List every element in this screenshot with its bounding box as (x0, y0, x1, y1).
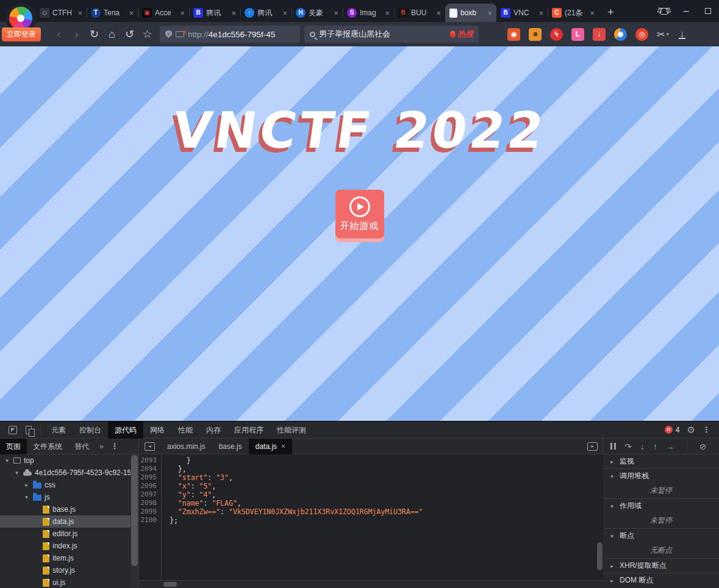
error-badge[interactable]: ✕ 4 (665, 426, 680, 434)
tree-item[interactable]: editor.js (0, 528, 138, 540)
browser-tab[interactable]: TTena× (87, 4, 138, 22)
section-header-断点[interactable]: ▾断点 (603, 529, 719, 543)
expand-debugger-icon[interactable]: ▸ (587, 442, 598, 451)
circle-360-icon[interactable]: ◎ (635, 28, 648, 41)
start-game-button[interactable]: 开始游戏 (335, 190, 384, 238)
editor-vscrollbar-thumb[interactable] (597, 542, 603, 570)
search-text[interactable]: 男子举报唐山黑社会 (319, 29, 446, 40)
url-text[interactable]: http://4e1dc556-795f-45 (188, 30, 275, 39)
close-icon[interactable]: × (129, 9, 134, 18)
maximize-button[interactable] (697, 0, 719, 22)
tree-item[interactable]: ui.js (0, 576, 138, 587)
collapse-navigator-icon[interactable]: ◂ (145, 442, 155, 451)
skin-theme-button[interactable] (653, 0, 675, 22)
close-icon[interactable]: × (180, 9, 185, 18)
section-header-监视[interactable]: ▸监视 (603, 454, 719, 468)
close-icon[interactable]: × (538, 9, 543, 18)
chevron-down-icon[interactable]: ▾ (4, 457, 10, 464)
browser-tab[interactable]: ▣Acce× (138, 4, 189, 22)
flash-download-icon[interactable]: ϟ (550, 28, 563, 41)
file-tab[interactable]: axios.min.js (160, 439, 212, 454)
new-tab-button[interactable]: + (607, 7, 614, 18)
code-editor[interactable]: 20932094209520962097209820992100 } }, "s… (139, 454, 603, 587)
tree-scrollbar-thumb[interactable] (131, 455, 138, 566)
tree-scrollbar[interactable] (131, 454, 138, 587)
devtools-tab-性能评测[interactable]: 性能评测 (270, 421, 313, 439)
hot-search-button[interactable]: 热搜 (450, 29, 473, 40)
tree-item[interactable]: ▾top (0, 454, 138, 467)
devtools-tab-源代码[interactable]: 源代码 (108, 421, 143, 439)
search-box[interactable]: 男子举报唐山黑社会 热搜 (304, 26, 479, 43)
editor-vscrollbar[interactable] (596, 454, 603, 580)
heybox-icon[interactable]: ■ (529, 28, 542, 41)
tree-item[interactable]: ▾4e1dc556-795f-4523-9c92-15c (0, 467, 138, 479)
tree-item[interactable]: story.js (0, 564, 138, 576)
navigator-tab-页面[interactable]: 页面 (0, 439, 27, 454)
devtools-tab-应用程序[interactable]: 应用程序 (227, 421, 270, 439)
refresh-button[interactable]: ↻ (85, 25, 103, 43)
close-icon[interactable]: × (282, 9, 287, 18)
gear-icon[interactable]: ⚙ (687, 425, 695, 436)
devtools-tab-元素[interactable]: 元素 (45, 421, 73, 439)
file-tab[interactable]: data.js× (249, 439, 292, 454)
editor-hscrollbar[interactable] (139, 580, 603, 587)
close-icon[interactable]: × (487, 9, 492, 18)
devtools-tab-控制台[interactable]: 控制台 (73, 421, 108, 439)
close-icon[interactable]: × (334, 9, 338, 18)
editor-hscrollbar-thumb[interactable] (163, 582, 177, 587)
browser-tab[interactable]: ◇CTFH× (35, 4, 87, 22)
close-icon[interactable]: × (77, 9, 82, 18)
tree-item[interactable]: item.js (0, 552, 138, 564)
close-icon[interactable]: × (590, 9, 595, 18)
close-icon[interactable]: × (281, 439, 285, 454)
swirl-icon[interactable] (614, 28, 627, 41)
pause-icon[interactable] (610, 443, 616, 450)
more-tabs-icon[interactable]: » (95, 442, 108, 451)
undo-button[interactable]: ↺ (121, 25, 138, 43)
minimize-button[interactable]: – (675, 0, 697, 22)
browser-tab[interactable]: BBUU× (394, 4, 445, 22)
close-icon[interactable]: × (385, 9, 390, 18)
tree-item[interactable]: ▾js (0, 491, 138, 503)
tree-item[interactable]: base.js (0, 503, 138, 515)
chevron-down-icon[interactable]: ▾ (23, 494, 30, 500)
navigator-tab-文件系统[interactable]: 文件系统 (27, 439, 68, 454)
section-header-XHR/提取断点[interactable]: ▸XHR/提取断点 (603, 559, 719, 573)
close-icon[interactable]: × (231, 9, 236, 18)
apps-grid-icon[interactable] (486, 28, 499, 41)
step-out-icon[interactable]: ↑ (653, 442, 657, 451)
tree-item[interactable]: ▸css (0, 479, 138, 491)
deactivate-breakpoints-icon[interactable]: ⊘ (699, 442, 707, 451)
browser-tab[interactable]: ↑腾讯× (240, 4, 292, 22)
lili-icon[interactable]: L (571, 28, 584, 41)
chevron-right-icon[interactable]: ▸ (23, 482, 30, 488)
camera-blocked-icon[interactable] (176, 31, 184, 37)
navigator-menu-icon[interactable]: ⋮ (108, 442, 122, 451)
chevron-down-icon[interactable]: ▾ (13, 470, 20, 476)
browser-tab[interactable]: B腾讯× (189, 4, 240, 22)
browser-tab[interactable]: SImag× (343, 4, 394, 22)
shield-icon[interactable]: + (165, 30, 172, 38)
browser-tab[interactable]: C(21条× (548, 4, 599, 22)
section-header-DOM 断点[interactable]: ▸DOM 断点 (603, 573, 719, 587)
browser-tab[interactable]: BVNC× (496, 4, 548, 22)
file-tab[interactable]: base.js (212, 439, 249, 454)
step-icon[interactable]: → (666, 442, 674, 451)
forward-button[interactable]: › (68, 25, 85, 43)
home-button[interactable]: ⌂ (103, 25, 121, 43)
browser-tab[interactable]: H吴豪× (292, 4, 343, 22)
login-button[interactable]: 立即登录 (2, 27, 41, 41)
device-toolbar-button[interactable] (21, 423, 37, 437)
step-over-icon[interactable]: ↷ (624, 442, 632, 451)
devtools-tab-网络[interactable]: 网络 (143, 421, 171, 439)
section-header-作用域[interactable]: ▾作用域 (603, 499, 719, 513)
address-bar[interactable]: + http://4e1dc556-795f-45 (160, 26, 300, 43)
bookmark-star-button[interactable]: ☆ (138, 25, 156, 43)
download-box-icon[interactable]: ↓ (593, 28, 606, 41)
gamepad-icon[interactable]: ◉ (507, 28, 520, 41)
tree-item[interactable]: index.js (0, 540, 138, 552)
devtools-tab-内存[interactable]: 内存 (199, 421, 227, 439)
devtools-menu-icon[interactable]: ⋮ (703, 425, 710, 434)
tree-item[interactable]: data.js (0, 515, 138, 528)
close-icon[interactable]: × (436, 9, 441, 18)
